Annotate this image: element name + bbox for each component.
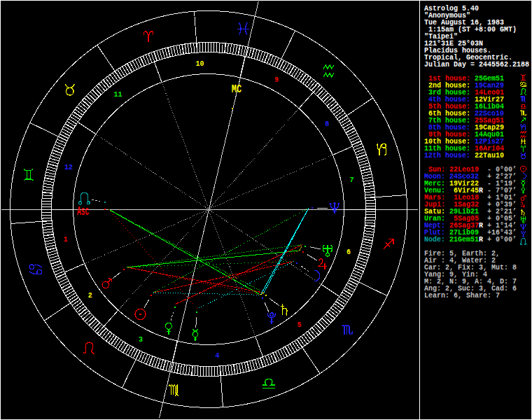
svg-text:10: 10 xyxy=(196,60,204,68)
svg-text:Asc: Asc xyxy=(77,204,89,218)
svg-text:5: 5 xyxy=(297,321,301,329)
svg-text:9: 9 xyxy=(274,76,279,84)
svg-text:R: R xyxy=(479,222,483,230)
svg-text:R: R xyxy=(479,187,483,195)
svg-text:Julian Day = 2445562.2188: Julian Day = 2445562.2188 xyxy=(424,61,529,69)
svg-text:7: 7 xyxy=(350,176,354,184)
svg-text:12: 12 xyxy=(64,164,73,172)
svg-text:Node:: Node: xyxy=(424,236,445,244)
svg-text:3: 3 xyxy=(139,336,143,344)
svg-text:4: 4 xyxy=(215,352,219,360)
svg-text:21Gem51: 21Gem51 xyxy=(449,236,479,244)
svg-text:Learn: 6, Share: 7: Learn: 6, Share: 7 xyxy=(424,292,500,300)
svg-text:11: 11 xyxy=(114,91,122,99)
svg-text:1: 1 xyxy=(63,236,67,244)
svg-text:8: 8 xyxy=(325,120,329,128)
svg-text:6: 6 xyxy=(346,248,351,256)
svg-text:MC: MC xyxy=(232,83,241,96)
svg-text:22Tau10: 22Tau10 xyxy=(475,152,504,160)
svg-text:+ 0°00’: + 0°00’ xyxy=(487,236,517,244)
svg-text:12th house:: 12th house: xyxy=(424,152,470,160)
svg-text:R: R xyxy=(479,236,483,244)
svg-text:2: 2 xyxy=(88,292,92,300)
